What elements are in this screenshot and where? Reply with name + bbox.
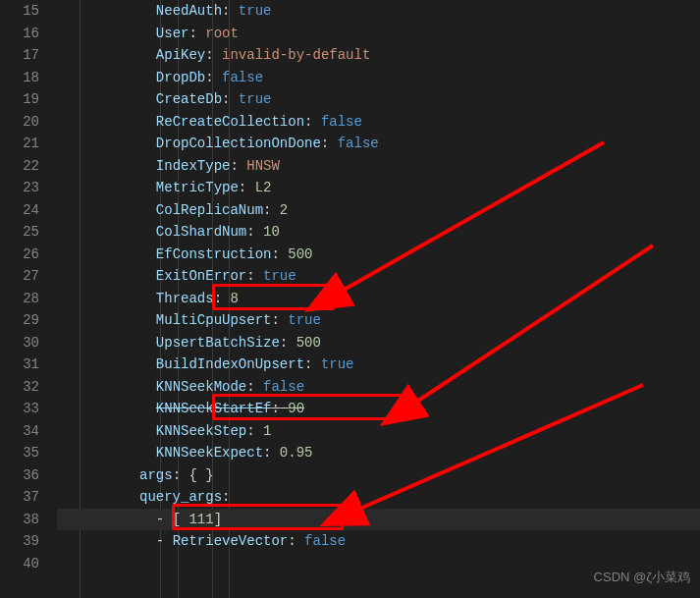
- code-line[interactable]: ColShardNum: 10: [57, 221, 700, 244]
- code-line[interactable]: query_args:: [57, 486, 700, 509]
- line-number: 15: [10, 0, 39, 23]
- line-number: 32: [10, 376, 39, 399]
- line-number: 31: [10, 353, 39, 376]
- code-line[interactable]: KNNSeekStep: 1: [57, 420, 700, 443]
- line-number: 30: [10, 332, 39, 354]
- line-number: 23: [10, 177, 39, 199]
- code-editor: 1516171819202122232425262728293031323334…: [0, 0, 700, 598]
- code-line[interactable]: args: { }: [57, 464, 700, 487]
- code-line[interactable]: UpsertBatchSize: 500: [57, 332, 700, 354]
- line-number: 34: [10, 420, 39, 443]
- code-line[interactable]: - [ 111]: [57, 509, 700, 531]
- code-line[interactable]: - RetrieveVector: false: [57, 530, 700, 553]
- code-line[interactable]: MultiCpuUpsert: true: [57, 309, 700, 332]
- line-number: 36: [10, 464, 39, 487]
- line-number: 40: [10, 553, 39, 575]
- code-line[interactable]: NeedAuth: true: [57, 0, 700, 23]
- code-line[interactable]: ApiKey: invalid-by-default: [57, 44, 700, 67]
- code-line[interactable]: ReCreateCollection: false: [57, 111, 700, 134]
- line-number: 22: [10, 155, 39, 178]
- line-number: 37: [10, 486, 39, 509]
- line-number: 19: [10, 88, 39, 111]
- code-line[interactable]: User: root: [57, 23, 700, 45]
- line-number: 25: [10, 221, 39, 244]
- line-number: 35: [10, 442, 39, 464]
- line-number: 17: [10, 44, 39, 67]
- line-number: 26: [10, 244, 39, 266]
- code-line[interactable]: EfConstruction: 500: [57, 244, 700, 266]
- watermark-text: CSDN @ζ小菜鸡: [594, 567, 690, 589]
- line-number: 27: [10, 265, 39, 288]
- code-line[interactable]: DropDb: false: [57, 67, 700, 89]
- line-number: 29: [10, 309, 39, 332]
- code-line[interactable]: MetricType: L2: [57, 177, 700, 199]
- code-line[interactable]: Threads: 8: [57, 288, 700, 310]
- code-area[interactable]: NeedAuth: true User: root ApiKey: invali…: [57, 0, 700, 598]
- line-number: 21: [10, 133, 39, 155]
- line-number-gutter: 1516171819202122232425262728293031323334…: [0, 0, 57, 598]
- line-number: 18: [10, 67, 39, 89]
- line-number: 39: [10, 530, 39, 553]
- line-number: 33: [10, 398, 39, 420]
- code-line[interactable]: KNNSeekStartEf: 90: [57, 398, 700, 420]
- code-line[interactable]: BuildIndexOnUpsert: true: [57, 353, 700, 376]
- code-line[interactable]: KNNSeekMode: false: [57, 376, 700, 399]
- code-line[interactable]: KNNSeekExpect: 0.95: [57, 442, 700, 464]
- code-line[interactable]: ColReplicaNum: 2: [57, 199, 700, 222]
- code-line[interactable]: CreateDb: true: [57, 88, 700, 111]
- code-line[interactable]: ExitOnError: true: [57, 265, 700, 288]
- code-line[interactable]: DropCollectionOnDone: false: [57, 133, 700, 155]
- code-line[interactable]: IndexType: HNSW: [57, 155, 700, 178]
- line-number: 24: [10, 199, 39, 222]
- line-number: 16: [10, 23, 39, 45]
- line-number: 38: [10, 509, 39, 531]
- line-number: 20: [10, 111, 39, 134]
- line-number: 28: [10, 288, 39, 310]
